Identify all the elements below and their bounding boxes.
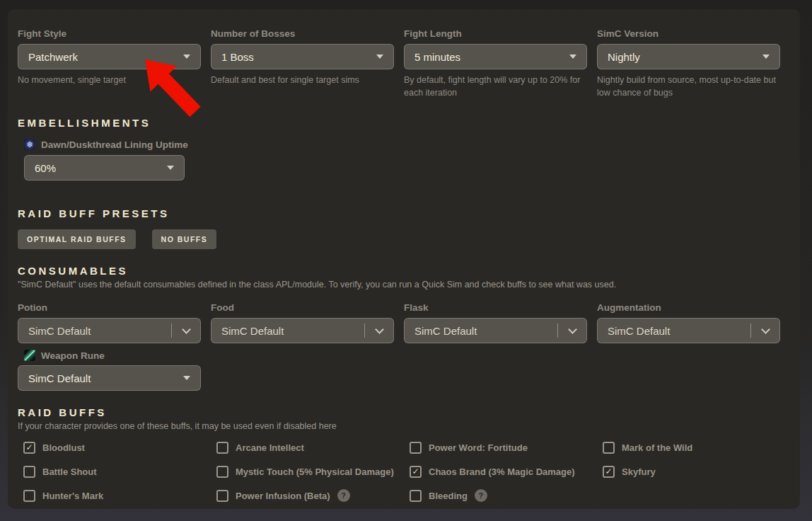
fight-style-label: Fight Style xyxy=(18,28,201,39)
caret-down-icon xyxy=(762,55,770,59)
simc-version-value: Nightly xyxy=(608,51,640,63)
simc-version-field: SimC Version Nightly Nightly build from … xyxy=(597,28,780,99)
caret-down-icon xyxy=(569,55,576,59)
fight-length-help: By default, fight length will vary up to… xyxy=(404,74,587,99)
fight-length-select[interactable]: 5 minutes xyxy=(404,44,587,69)
food-select[interactable]: SimC Default xyxy=(211,318,394,343)
help-question-icon[interactable]: ? xyxy=(337,489,350,502)
checkbox-label: Arcane Intellect xyxy=(236,442,304,453)
embellishment-uptime-select[interactable]: 60% xyxy=(24,155,185,181)
raid-buff-presets-heading: RAID BUFF PRESETS xyxy=(18,207,787,219)
checkbox-label: Skyfury xyxy=(622,466,656,477)
checkbox-icon[interactable]: ✓ xyxy=(216,490,228,502)
checkbox-power-word-fortitude[interactable]: ✓ Power Word: Fortitude xyxy=(404,440,587,454)
checkbox-bleeding[interactable]: ✓ Bleeding ? xyxy=(404,488,587,503)
optimal-raid-buffs-button[interactable]: OPTIMAL RAID BUFFS xyxy=(18,229,136,249)
snowflake-thread-item-icon: ❄ xyxy=(24,139,35,150)
augmentation-label: Augmentation xyxy=(597,302,780,313)
food-label: Food xyxy=(211,302,394,313)
number-of-bosses-select[interactable]: 1 Boss xyxy=(211,44,394,69)
checkbox-label: Mark of the Wild xyxy=(622,442,692,453)
chevron-down-icon xyxy=(182,325,191,334)
food-value: SimC Default xyxy=(221,325,284,337)
checkbox-icon[interactable]: ✓ xyxy=(23,442,35,454)
checkbox-icon[interactable]: ✓ xyxy=(410,490,422,502)
checkbox-label: Bloodlust xyxy=(42,442,85,453)
fight-style-field: Fight Style Patchwerk No movement, singl… xyxy=(18,28,201,99)
weapon-rune-label: Weapon Rune xyxy=(41,350,105,361)
checkbox-label: Power Infusion (Beta) xyxy=(236,491,330,501)
weapon-rune-select[interactable]: SimC Default xyxy=(18,365,201,391)
caret-down-icon xyxy=(376,55,383,59)
sim-options-panel: Fight Style Patchwerk No movement, singl… xyxy=(8,9,800,509)
checkbox-label: Bleeding xyxy=(429,491,468,501)
caret-down-icon xyxy=(183,376,190,380)
checkbox-icon[interactable]: ✓ xyxy=(23,466,35,478)
fight-length-label: Fight Length xyxy=(404,28,587,39)
checkbox-icon[interactable]: ✓ xyxy=(216,466,228,478)
checkbox-mystic-touch[interactable]: ✓ Mystic Touch (5% Physical Damage) xyxy=(211,464,394,479)
augmentation-select[interactable]: SimC Default xyxy=(597,318,780,343)
checkbox-icon[interactable]: ✓ xyxy=(603,442,615,454)
embellishment-uptime-value: 60% xyxy=(35,162,56,174)
chevron-down-icon xyxy=(761,325,770,334)
raid-buffs-subtitle: If your character provides one of these … xyxy=(18,421,787,431)
potion-select[interactable]: SimC Default xyxy=(18,318,201,343)
embellishments-heading: EMBELLISHMENTS xyxy=(18,117,787,129)
embellishment-item-label-row: ❄ Dawn/Duskthread Lining Uptime xyxy=(18,139,787,150)
checkbox-icon[interactable]: ✓ xyxy=(23,490,35,502)
checkbox-icon[interactable]: ✓ xyxy=(410,442,422,454)
potion-label: Potion xyxy=(18,302,201,313)
weapon-rune-label-row: Weapon Rune xyxy=(18,350,787,361)
checkbox-arcane-intellect[interactable]: ✓ Arcane Intellect xyxy=(211,440,394,454)
food-field: Food SimC Default xyxy=(211,302,394,343)
number-of-bosses-value: 1 Boss xyxy=(221,51,254,63)
checkbox-label: Mystic Touch (5% Physical Damage) xyxy=(236,466,394,477)
number-of-bosses-field: Number of Bosses 1 Boss Default and best… xyxy=(211,28,394,99)
consumables-subtitle: "SimC Default" uses the default consumab… xyxy=(18,280,787,290)
simc-version-select[interactable]: Nightly xyxy=(597,44,780,69)
caret-down-icon xyxy=(183,55,190,59)
fight-style-help: No movement, single target xyxy=(18,74,201,86)
potion-field: Potion SimC Default xyxy=(18,302,201,343)
augmentation-value: SimC Default xyxy=(608,325,670,337)
augmentation-field: Augmentation SimC Default xyxy=(597,302,780,343)
fight-style-select[interactable]: Patchwerk xyxy=(18,44,201,69)
fight-length-value: 5 minutes xyxy=(414,51,460,63)
raid-buffs-heading: RAID BUFFS xyxy=(18,406,787,418)
simc-version-help: Nightly build from source, most up-to-da… xyxy=(597,74,780,99)
checkbox-power-infusion[interactable]: ✓ Power Infusion (Beta) ? xyxy=(211,488,394,503)
checkbox-icon[interactable]: ✓ xyxy=(603,466,615,478)
flask-field: Flask SimC Default xyxy=(404,302,587,343)
flask-select[interactable]: SimC Default xyxy=(404,318,587,343)
help-question-icon[interactable]: ? xyxy=(475,489,487,502)
checkbox-bloodlust[interactable]: ✓ Bloodlust xyxy=(18,440,201,454)
fight-config-row: Fight Style Patchwerk No movement, singl… xyxy=(18,28,787,99)
checkbox-label: Chaos Brand (3% Magic Damage) xyxy=(429,466,575,477)
checkbox-battle-shout[interactable]: ✓ Battle Shout xyxy=(18,464,201,479)
caret-down-icon xyxy=(167,166,174,170)
checkbox-icon[interactable]: ✓ xyxy=(216,442,228,454)
chevron-down-icon xyxy=(568,325,577,334)
number-of-bosses-help: Default and best for single target sims xyxy=(211,74,394,86)
weapon-rune-value: SimC Default xyxy=(28,372,91,384)
preset-buttons-row: OPTIMAL RAID BUFFS NO BUFFS xyxy=(18,229,787,249)
select-divider xyxy=(171,324,172,338)
chevron-down-icon xyxy=(375,325,384,334)
raid-buffs-grid: ✓ Bloodlust ✓ Arcane Intellect ✓ Power W… xyxy=(18,440,787,503)
weapon-rune-item-icon xyxy=(24,350,35,361)
checkbox-skyfury[interactable]: ✓ Skyfury xyxy=(597,464,780,479)
checkbox-icon[interactable]: ✓ xyxy=(410,466,422,478)
consumables-heading: CONSUMABLES xyxy=(18,265,787,277)
checkbox-label: Power Word: Fortitude xyxy=(429,442,528,453)
fight-style-value: Patchwerk xyxy=(28,51,78,63)
embellishment-item-label: Dawn/Duskthread Lining Uptime xyxy=(41,139,188,150)
fight-length-field: Fight Length 5 minutes By default, fight… xyxy=(404,28,587,99)
checkbox-mark-of-the-wild[interactable]: ✓ Mark of the Wild xyxy=(597,440,780,454)
number-of-bosses-label: Number of Bosses xyxy=(211,28,394,39)
checkbox-chaos-brand[interactable]: ✓ Chaos Brand (3% Magic Damage) xyxy=(404,464,587,479)
checkbox-hunters-mark[interactable]: ✓ Hunter's Mark xyxy=(18,488,201,503)
consumables-row: Potion SimC Default Food SimC Default Fl… xyxy=(18,302,787,343)
simc-version-label: SimC Version xyxy=(597,28,780,39)
no-buffs-button[interactable]: NO BUFFS xyxy=(152,229,217,249)
